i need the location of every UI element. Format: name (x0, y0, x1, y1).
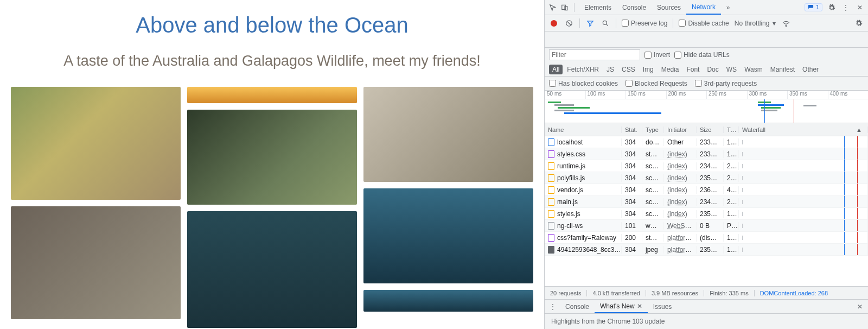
request-row[interactable]: ng-cli-ws101we…WebSoc…0 BP… (545, 220, 868, 232)
preserve-log-checkbox[interactable]: Preserve log (622, 20, 667, 27)
invert-checkbox[interactable]: Invert (644, 51, 670, 59)
overview-bars (545, 99, 868, 123)
close-drawer-icon[interactable]: ✕ (855, 302, 865, 312)
clear-icon[interactable] (564, 18, 574, 28)
request-initiator[interactable]: (index) (664, 150, 697, 158)
gallery-image[interactable] (187, 110, 357, 205)
gallery-image[interactable] (363, 290, 533, 312)
request-row[interactable]: styles.js304scri…(index)235…1… (545, 208, 868, 220)
col-name[interactable]: Name (545, 126, 622, 133)
request-initiator[interactable]: platform… (664, 234, 697, 242)
tick-label: 100 ms (585, 91, 626, 99)
chip-wasm[interactable]: Wasm (741, 65, 766, 74)
network-conditions-icon[interactable] (781, 18, 791, 28)
col-waterfall[interactable]: Waterfall▲ (739, 126, 868, 133)
device-toggle-icon[interactable] (560, 3, 570, 12)
tick-label: 400 ms (828, 91, 869, 99)
chip-css[interactable]: CSS (618, 65, 639, 74)
record-button[interactable] (549, 18, 559, 28)
drawer-tab-whatsnew[interactable]: What's New✕ (595, 300, 648, 313)
request-waterfall (739, 160, 868, 172)
tab-elements[interactable]: Elements (579, 0, 617, 15)
chip-other[interactable]: Other (799, 65, 822, 74)
chip-manifest[interactable]: Manifest (767, 65, 798, 74)
request-row[interactable]: runtime.js304scri…(index)234…2… (545, 160, 868, 172)
request-initiator[interactable]: (index) (664, 174, 697, 182)
request-row[interactable]: polyfills.js304scri…(index)235…2… (545, 172, 868, 184)
chip-fetchxhr[interactable]: Fetch/XHR (564, 65, 602, 74)
request-status: 304 (622, 210, 642, 218)
export-har-icon[interactable] (549, 35, 559, 45)
close-devtools-icon[interactable]: ✕ (855, 3, 865, 12)
chip-all[interactable]: All (549, 65, 563, 74)
throttling-select[interactable]: No throttling ▾ (735, 20, 776, 27)
table-header[interactable]: Name Stat. Type Initiator Size T… Waterf… (545, 123, 868, 136)
import-har-icon[interactable] (564, 35, 574, 45)
request-row[interactable]: 49412593648_8cc3…304jpegplatform…235…1… (545, 244, 868, 256)
status-resources: 3.9 MB resources (646, 290, 704, 296)
col-size[interactable]: Size (697, 126, 724, 133)
network-settings-icon[interactable] (854, 18, 864, 28)
gallery-image[interactable] (187, 211, 357, 328)
chip-font[interactable]: Font (683, 65, 703, 74)
request-row[interactable]: localhost304doc…Other233…1… (545, 136, 868, 148)
request-initiator[interactable]: (index) (664, 162, 697, 170)
issues-count: 1 (816, 4, 819, 10)
request-initiator[interactable]: (index) (664, 198, 697, 206)
request-time: 2… (724, 174, 739, 182)
tick-label: 200 ms (666, 91, 707, 99)
request-row[interactable]: css?family=Raleway200styl…platform…(dis…… (545, 232, 868, 244)
request-waterfall (739, 184, 868, 195)
hide-data-urls-checkbox[interactable]: Hide data URLs (674, 51, 730, 59)
gallery-image[interactable] (11, 87, 181, 200)
chip-media[interactable]: Media (658, 65, 682, 74)
gallery-image[interactable] (363, 87, 533, 182)
third-party-checkbox[interactable]: 3rd-party requests (695, 80, 757, 87)
chip-js[interactable]: JS (603, 65, 617, 74)
drawer-menu-icon[interactable]: ⋮ (548, 302, 558, 312)
network-overview[interactable]: 50 ms100 ms150 ms200 ms250 ms300 ms350 m… (545, 91, 868, 123)
drawer-message: Highlights from the Chrome 103 update (551, 318, 665, 325)
close-tab-icon[interactable]: ✕ (637, 302, 642, 310)
request-row[interactable]: styles.css304styl…(index)233…1… (545, 148, 868, 160)
request-time: 1… (724, 234, 739, 242)
chip-img[interactable]: Img (640, 65, 657, 74)
request-waterfall (739, 196, 868, 207)
inspect-icon[interactable] (548, 3, 558, 12)
col-type[interactable]: Type (642, 126, 664, 133)
kebab-menu-icon[interactable]: ⋮ (841, 3, 851, 12)
blocked-cookies-checkbox[interactable]: Has blocked cookies (549, 80, 618, 87)
request-initiator[interactable]: platform… (664, 246, 697, 254)
chip-doc[interactable]: Doc (704, 65, 722, 74)
tick-label: 150 ms (626, 91, 666, 99)
drawer-tab-issues[interactable]: Issues (648, 300, 678, 313)
search-icon[interactable] (601, 18, 610, 28)
drawer-tab-console[interactable]: Console (560, 300, 595, 313)
chip-ws[interactable]: WS (723, 65, 740, 74)
disable-cache-checkbox[interactable]: Disable cache (679, 20, 729, 27)
col-time[interactable]: T… (724, 126, 739, 133)
tab-console[interactable]: Console (617, 0, 652, 15)
filter-icon[interactable] (585, 18, 595, 28)
request-type: styl… (642, 234, 664, 242)
request-initiator[interactable]: Other (664, 138, 697, 146)
tab-network[interactable]: Network (686, 0, 721, 15)
col-status[interactable]: Stat. (622, 126, 642, 133)
col-initiator[interactable]: Initiator (664, 126, 697, 133)
settings-icon[interactable] (827, 3, 837, 12)
request-initiator[interactable]: WebSoc… (664, 222, 697, 230)
request-row[interactable]: vendor.js304scri…(index)236…4… (545, 184, 868, 196)
issues-badge[interactable]: 1 (805, 3, 822, 11)
request-name: 49412593648_8cc3… (557, 246, 621, 254)
more-tabs-icon[interactable]: » (723, 3, 733, 12)
filter-input[interactable] (549, 49, 640, 60)
request-row[interactable]: main.js304scri…(index)234…2… (545, 196, 868, 208)
gallery-image[interactable] (187, 87, 357, 103)
request-initiator[interactable]: (index) (664, 210, 697, 218)
gallery-image[interactable] (11, 206, 181, 319)
request-initiator[interactable]: (index) (664, 186, 697, 194)
tab-sources[interactable]: Sources (652, 0, 686, 15)
request-time: 2… (724, 162, 739, 170)
blocked-requests-checkbox[interactable]: Blocked Requests (626, 80, 687, 87)
gallery-image[interactable] (363, 188, 533, 283)
